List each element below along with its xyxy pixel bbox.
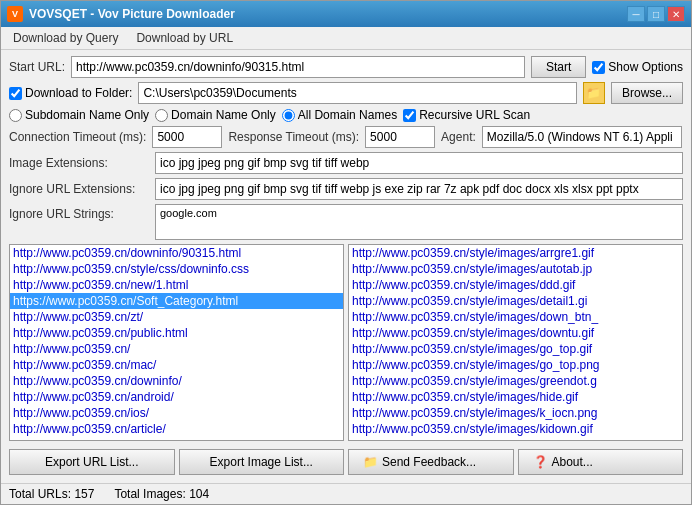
subdomain-only-text: Subdomain Name Only bbox=[25, 108, 149, 122]
recursive-scan-checkbox[interactable] bbox=[403, 109, 416, 122]
image-list-item[interactable]: http://www.pc0359.cn/style/images/k_iocn… bbox=[349, 405, 682, 421]
start-url-row: Start URL: Start Show Options bbox=[9, 56, 683, 78]
main-window: V VOVSQET - Vov Picture Downloader ─ □ ✕… bbox=[0, 0, 692, 505]
menu-download-url[interactable]: Download by URL bbox=[128, 29, 241, 47]
minimize-button[interactable]: ─ bbox=[627, 6, 645, 22]
total-urls-value: 157 bbox=[74, 487, 94, 501]
image-list-item[interactable]: http://www.pc0359.cn/style/images/arrgre… bbox=[349, 245, 682, 261]
image-extensions-label: Image Extensions: bbox=[9, 156, 149, 170]
subdomain-only-label[interactable]: Subdomain Name Only bbox=[9, 108, 149, 122]
domain-only-radio[interactable] bbox=[155, 109, 168, 122]
agent-label: Agent: bbox=[441, 130, 476, 144]
folder-path-input[interactable] bbox=[138, 82, 577, 104]
url-list-item[interactable]: http://www.pc0359.cn/downinfo/ bbox=[10, 373, 343, 389]
send-feedback-button[interactable]: 📁 Send Feedback... bbox=[348, 449, 514, 475]
status-bar: Total URLs: 157 Total Images: 104 bbox=[1, 483, 691, 504]
url-list-container: http://www.pc0359.cn/downinfo/90315.html… bbox=[9, 244, 344, 441]
title-bar: V VOVSQET - Vov Picture Downloader ─ □ ✕ bbox=[1, 1, 691, 27]
url-list-item[interactable]: http://www.pc0359.cn/article/ bbox=[10, 421, 343, 437]
start-url-input[interactable] bbox=[71, 56, 525, 78]
url-list-item[interactable]: http://www.pc0359.cn/ios/ bbox=[10, 405, 343, 421]
total-images-label: Total Images: bbox=[114, 487, 185, 501]
image-list-item[interactable]: http://www.pc0359.cn/style/images/autota… bbox=[349, 261, 682, 277]
total-images-status: Total Images: 104 bbox=[114, 487, 209, 501]
timeout-row: Connection Timeout (ms): Response Timeou… bbox=[9, 126, 683, 148]
subdomain-only-radio[interactable] bbox=[9, 109, 22, 122]
domain-options-row: Subdomain Name Only Domain Name Only All… bbox=[9, 108, 683, 122]
export-image-button[interactable]: Export Image List... bbox=[179, 449, 345, 475]
image-list-item[interactable]: http://www.pc0359.cn/style/images/kidown… bbox=[349, 421, 682, 437]
url-list-item-selected[interactable]: https://www.pc0359.cn/Soft_Category.html bbox=[10, 293, 343, 309]
download-folder-checkbox[interactable] bbox=[9, 87, 22, 100]
about-button[interactable]: ❓ About... bbox=[518, 449, 684, 475]
app-icon: V bbox=[7, 6, 23, 22]
folder-row: Download to Folder: 📁 Browse... bbox=[9, 82, 683, 104]
image-list-item[interactable]: http://www.pc0359.cn/style/images/go_top… bbox=[349, 341, 682, 357]
title-controls: ─ □ ✕ bbox=[627, 6, 685, 22]
title-bar-left: V VOVSQET - Vov Picture Downloader bbox=[7, 6, 235, 22]
ignore-url-input[interactable] bbox=[155, 178, 683, 200]
domain-only-label[interactable]: Domain Name Only bbox=[155, 108, 276, 122]
show-options-label: Show Options bbox=[608, 60, 683, 74]
total-urls-status: Total URLs: 157 bbox=[9, 487, 94, 501]
ignore-url-row: Ignore URL Extensions: bbox=[9, 178, 683, 200]
export-url-button[interactable]: Export URL List... bbox=[9, 449, 175, 475]
url-list-item[interactable]: http://www.pc0359.cn/zt/ bbox=[10, 309, 343, 325]
folder-icon[interactable]: 📁 bbox=[583, 82, 605, 104]
download-folder-text: Download to Folder: bbox=[25, 86, 132, 100]
show-options-checkbox-label[interactable]: Show Options bbox=[592, 60, 683, 74]
url-list-item[interactable]: http://www.pc0359.cn/style/css/downinfo.… bbox=[10, 261, 343, 277]
total-urls-label: Total URLs: bbox=[9, 487, 71, 501]
image-ext-row: Image Extensions: bbox=[9, 152, 683, 174]
ignore-strings-label: Ignore URL Strings: bbox=[9, 204, 149, 221]
lists-area: http://www.pc0359.cn/downinfo/90315.html… bbox=[9, 244, 683, 441]
image-list-item[interactable]: http://www.pc0359.cn/style/images/go_top… bbox=[349, 357, 682, 373]
ignore-url-label: Ignore URL Extensions: bbox=[9, 182, 149, 196]
connection-timeout-label: Connection Timeout (ms): bbox=[9, 130, 146, 144]
all-domains-radio[interactable] bbox=[282, 109, 295, 122]
feedback-icon: 📁 bbox=[363, 455, 378, 469]
response-timeout-input[interactable] bbox=[365, 126, 435, 148]
all-domains-label[interactable]: All Domain Names bbox=[282, 108, 397, 122]
image-list-item[interactable]: http://www.pc0359.cn/style/images/hide.g… bbox=[349, 389, 682, 405]
ignore-strings-textarea[interactable] bbox=[155, 204, 683, 240]
image-list-scroll[interactable]: http://www.pc0359.cn/style/images/arrgre… bbox=[349, 245, 682, 440]
url-list-item[interactable]: http://www.pc0359.cn/downinfo/90315.html bbox=[10, 245, 343, 261]
url-list-item[interactable]: http://www.pc0359.cn/ bbox=[10, 341, 343, 357]
url-list-item[interactable]: http://www.pc0359.cn/mac/ bbox=[10, 357, 343, 373]
content-area: Start URL: Start Show Options Download t… bbox=[1, 50, 691, 483]
window-title: VOVSQET - Vov Picture Downloader bbox=[29, 7, 235, 21]
image-list-item[interactable]: http://www.pc0359.cn/style/images/downtu… bbox=[349, 325, 682, 341]
image-list-item[interactable]: http://www.pc0359.cn/style/images/ddd.gi… bbox=[349, 277, 682, 293]
menu-download-query[interactable]: Download by Query bbox=[5, 29, 126, 47]
url-list-item[interactable]: http://www.pc0359.cn/public.html bbox=[10, 325, 343, 341]
image-list-item[interactable]: http://www.pc0359.cn/style/images/greend… bbox=[349, 373, 682, 389]
domain-only-text: Domain Name Only bbox=[171, 108, 276, 122]
menu-bar: Download by Query Download by URL bbox=[1, 27, 691, 50]
start-url-label: Start URL: bbox=[9, 60, 65, 74]
image-list-item[interactable]: http://www.pc0359.cn/style/images/down_b… bbox=[349, 309, 682, 325]
total-images-value: 104 bbox=[189, 487, 209, 501]
button-row: Export URL List... Export Image List... … bbox=[9, 445, 683, 477]
url-list-item[interactable]: http://www.pc0359.cn/android/ bbox=[10, 389, 343, 405]
about-icon: ❓ bbox=[533, 455, 548, 469]
url-list-item[interactable]: http://www.pc0359.cn/new/1.html bbox=[10, 277, 343, 293]
agent-input[interactable] bbox=[482, 126, 682, 148]
close-button[interactable]: ✕ bbox=[667, 6, 685, 22]
image-list-item[interactable]: http://www.pc0359.cn/style/images/detail… bbox=[349, 293, 682, 309]
connection-timeout-input[interactable] bbox=[152, 126, 222, 148]
maximize-button[interactable]: □ bbox=[647, 6, 665, 22]
response-timeout-label: Response Timeout (ms): bbox=[228, 130, 359, 144]
url-list-scroll[interactable]: http://www.pc0359.cn/downinfo/90315.html… bbox=[10, 245, 343, 440]
image-extensions-input[interactable] bbox=[155, 152, 683, 174]
browse-button[interactable]: Browse... bbox=[611, 82, 683, 104]
recursive-scan-text: Recursive URL Scan bbox=[419, 108, 530, 122]
start-button[interactable]: Start bbox=[531, 56, 586, 78]
show-options-checkbox[interactable] bbox=[592, 61, 605, 74]
download-folder-label[interactable]: Download to Folder: bbox=[9, 86, 132, 100]
all-domains-text: All Domain Names bbox=[298, 108, 397, 122]
ignore-strings-row: Ignore URL Strings: bbox=[9, 204, 683, 240]
recursive-scan-label[interactable]: Recursive URL Scan bbox=[403, 108, 530, 122]
image-list-container: http://www.pc0359.cn/style/images/arrgre… bbox=[348, 244, 683, 441]
